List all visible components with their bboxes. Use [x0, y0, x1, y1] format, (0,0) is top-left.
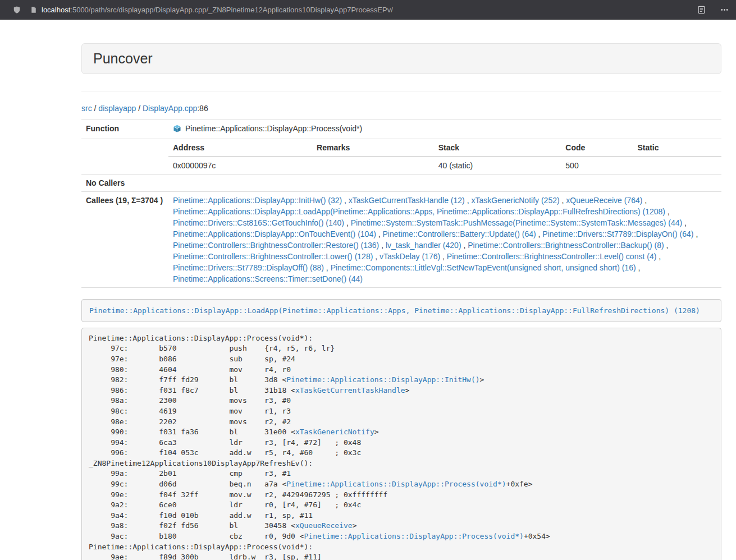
callees-row: Callees (19, Σ=3704 ) Pinetime::Applicat…: [81, 191, 721, 287]
callee-link[interactable]: Pinetime::Controllers::BrightnessControl…: [173, 252, 373, 261]
page-title: Puncover: [93, 51, 710, 67]
col-code: Code: [561, 139, 633, 157]
breadcrumb-link[interactable]: src: [81, 104, 92, 113]
callee-separator: ,: [560, 196, 566, 205]
stats-row: Address Remarks Stack Code Static 0x0000…: [81, 139, 721, 174]
page-icon[interactable]: [30, 6, 37, 13]
callee-separator: ,: [440, 252, 447, 261]
callee-link[interactable]: Pinetime::Controllers::BrightnessControl…: [468, 241, 664, 250]
callee-link[interactable]: Pinetime::Components::LittleVgl::SetNewT…: [331, 263, 636, 272]
function-icon: [173, 125, 181, 136]
callees-label: Callees (19, Σ=3704 ): [81, 191, 168, 287]
callee-separator: ,: [636, 263, 641, 272]
callee-link[interactable]: Pinetime::Applications::Screens::Timer::…: [173, 274, 363, 283]
shield-icon[interactable]: [13, 6, 21, 14]
callee-separator: ,: [642, 196, 647, 205]
callee-link[interactable]: xTaskGenericNotify (252): [471, 196, 559, 205]
col-stack: Stack: [434, 139, 561, 157]
callee-link[interactable]: lv_task_handler (420): [386, 241, 461, 250]
callee-separator: ,: [344, 218, 351, 227]
stats-table: Address Remarks Stack Code Static 0x0000…: [168, 139, 721, 174]
function-row: Function Pinetime::Applications::Display…: [81, 120, 721, 139]
breadcrumb-link[interactable]: DisplayApp.cpp: [143, 104, 197, 113]
static-value: [633, 157, 721, 174]
stack-value: 40 (static): [434, 157, 561, 174]
code-symbol-link[interactable]: Pinetime::Applications::DisplayApp::Proc…: [304, 532, 524, 540]
remarks-value: [312, 157, 434, 174]
callee-link[interactable]: Pinetime::Drivers::Cst816S::GetTouchInfo…: [173, 218, 344, 227]
breadcrumb: src / displayapp / DisplayApp.cpp:86: [81, 103, 721, 114]
url-path: :5000/path/src/displayapp/DisplayApp.cpp…: [70, 6, 393, 14]
code-symbol-link[interactable]: Pinetime::Applications::DisplayApp::Proc…: [286, 480, 506, 488]
callee-separator: ,: [536, 229, 543, 238]
function-name: Pinetime::Applications::DisplayApp::Proc…: [185, 124, 362, 133]
callee-link[interactable]: xQueueReceive (764): [566, 196, 642, 205]
header-divider: [81, 91, 721, 91]
disassembly-code: Pinetime::Applications::DisplayApp::Proc…: [81, 328, 721, 560]
no-callers-label: No Callers: [81, 174, 168, 191]
callees-list: Pinetime::Applications::DisplayApp::Init…: [168, 191, 721, 287]
callee-separator: ,: [324, 263, 331, 272]
browser-toolbar: localhost:5000/path/src/displayapp/Displ…: [0, 0, 736, 20]
callee-separator: ,: [682, 218, 687, 227]
callee-separator: ,: [379, 241, 386, 250]
breadcrumb-separator: /: [92, 104, 99, 113]
callee-link[interactable]: Pinetime::Applications::DisplayApp::Load…: [173, 207, 665, 216]
selected-symbol-box: Pinetime::Applications::DisplayApp::Load…: [81, 299, 721, 322]
callee-separator: ,: [664, 241, 669, 250]
callee-link[interactable]: Pinetime::Applications::DisplayApp::Init…: [173, 196, 342, 205]
main-content: Puncover src / displayapp / DisplayApp.c…: [81, 43, 721, 560]
stats-header-row: Address Remarks Stack Code Static: [168, 139, 721, 157]
callee-separator: ,: [465, 196, 472, 205]
callee-link[interactable]: Pinetime::Drivers::St7789::DisplayOff() …: [173, 263, 324, 272]
col-static: Static: [633, 139, 721, 157]
col-address: Address: [168, 139, 312, 157]
overflow-menu-icon[interactable]: [720, 6, 729, 14]
callee-separator: ,: [656, 252, 661, 261]
callee-separator: ,: [694, 229, 698, 238]
code-symbol-link[interactable]: xQueueReceive: [295, 521, 353, 530]
selected-symbol-link[interactable]: Pinetime::Applications::DisplayApp::Load…: [89, 306, 700, 315]
no-callers-row: No Callers: [81, 174, 721, 191]
callee-link[interactable]: Pinetime::Controllers::BrightnessControl…: [447, 252, 656, 261]
col-remarks: Remarks: [312, 139, 434, 157]
callee-link[interactable]: xTaskGetCurrentTaskHandle (12): [349, 196, 465, 205]
callee-separator: ,: [376, 229, 383, 238]
reader-mode-icon[interactable]: [697, 6, 706, 14]
url-bar[interactable]: localhost:5000/path/src/displayapp/Displ…: [42, 6, 697, 14]
code-symbol-link[interactable]: xTaskGetCurrentTaskHandle: [295, 386, 405, 394]
code-symbol-link[interactable]: Pinetime::Applications::DisplayApp::Init…: [286, 375, 479, 384]
callee-link[interactable]: Pinetime::Controllers::Battery::Update()…: [383, 229, 536, 238]
code-symbol-link[interactable]: xTaskGenericNotify: [295, 428, 374, 436]
callee-separator: ,: [342, 196, 349, 205]
function-row-label: Function: [81, 120, 168, 139]
callee-separator: ,: [665, 207, 670, 216]
breadcrumb-line-number: :86: [197, 104, 208, 113]
callee-link[interactable]: Pinetime::Controllers::BrightnessControl…: [173, 241, 379, 250]
function-table: Function Pinetime::Applications::Display…: [81, 120, 721, 288]
callee-link[interactable]: Pinetime::Drivers::St7789::DisplayOn() (…: [542, 229, 693, 238]
stats-value-row: 0x0000097c 40 (static) 500: [168, 157, 721, 174]
url-host: localhost: [42, 6, 70, 14]
app-header: Puncover: [81, 43, 721, 74]
code-value: 500: [561, 157, 633, 174]
callee-link[interactable]: Pinetime::System::SystemTask::PushMessag…: [351, 218, 683, 227]
callee-link[interactable]: Pinetime::Applications::DisplayApp::OnTo…: [173, 229, 376, 238]
callee-separator: ,: [373, 252, 380, 261]
callee-link[interactable]: vTaskDelay (176): [380, 252, 440, 261]
breadcrumb-link[interactable]: displayapp: [98, 104, 136, 113]
callee-separator: ,: [461, 241, 468, 250]
address-value: 0x0000097c: [168, 157, 312, 174]
breadcrumb-separator: /: [136, 104, 143, 113]
